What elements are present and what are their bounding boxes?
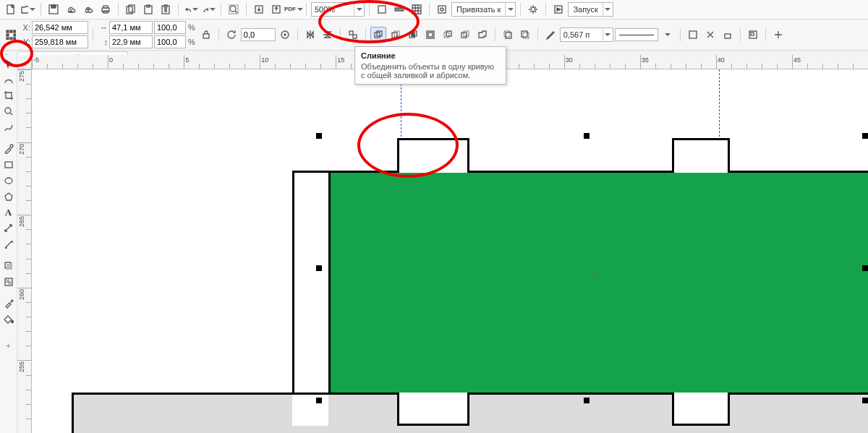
tool-artistic[interactable]	[1, 142, 16, 156]
fullscreen-button[interactable]	[374, 1, 390, 17]
shape-tab[interactable]	[397, 138, 469, 173]
shape-gray-rect[interactable]	[72, 393, 868, 433]
selection-handle[interactable]	[584, 133, 590, 139]
print-button[interactable]	[98, 1, 114, 17]
paste-button[interactable]	[140, 1, 156, 17]
tool-shadow[interactable]	[1, 259, 16, 273]
snap-toggle[interactable]	[434, 1, 450, 17]
tool-ellipse[interactable]	[1, 173, 16, 188]
tool-freehand[interactable]	[1, 120, 16, 134]
ruler-icon	[394, 4, 404, 14]
cloud-up-button[interactable]	[80, 1, 96, 17]
scale-y-input[interactable]	[154, 35, 186, 48]
search-button[interactable]	[226, 1, 242, 17]
copy-button[interactable]	[123, 1, 139, 17]
align-button[interactable]	[345, 27, 361, 43]
snap-combo[interactable]: Привязать к	[451, 2, 516, 17]
tool-fill[interactable]	[1, 312, 16, 327]
snap-label: Привязать к	[452, 5, 505, 14]
lock-button	[720, 27, 736, 43]
undo-button[interactable]	[183, 1, 199, 17]
chevron-down-icon[interactable]	[354, 3, 364, 16]
tool-expand[interactable]: +	[1, 338, 16, 353]
cloud-down-button[interactable]	[63, 1, 79, 17]
chevron-down-icon[interactable]	[603, 3, 613, 16]
outline-pen-button[interactable]	[542, 27, 558, 43]
dim-icon	[4, 223, 14, 233]
print-icon	[101, 4, 111, 14]
svg-point-12	[230, 6, 236, 12]
tool-transparency[interactable]	[1, 275, 16, 289]
x-input[interactable]	[32, 21, 88, 34]
line-style-chev[interactable]	[660, 27, 676, 43]
tool-crop[interactable]	[1, 88, 16, 103]
scale-x-input[interactable]	[154, 21, 186, 34]
selection-handle[interactable]	[316, 265, 322, 271]
back-minus-front-button[interactable]	[457, 27, 473, 43]
ruler-tick-label: 260	[19, 289, 26, 300]
selection-handle[interactable]	[584, 398, 590, 403]
selection-handle[interactable]	[862, 265, 868, 271]
rotate-button[interactable]	[224, 27, 239, 43]
open-button[interactable]	[20, 1, 36, 17]
drawing-canvas[interactable]: ×	[32, 69, 868, 433]
shape-tab[interactable]	[672, 138, 730, 173]
lock2-icon	[723, 30, 733, 40]
canvas-area[interactable]: -505101520253035404550 27527026526025525…	[17, 55, 868, 433]
pdf-button[interactable]: PDF	[286, 1, 302, 17]
zoom-value: 500%	[312, 5, 354, 14]
order-front-button[interactable]	[500, 27, 516, 43]
tool-rectangle[interactable]	[1, 158, 16, 172]
rotation-input[interactable]	[241, 28, 276, 41]
tool-dimension[interactable]	[1, 221, 16, 236]
tool-polygon[interactable]	[1, 189, 16, 204]
ruler-tick-label: 5	[185, 57, 189, 64]
tool-text[interactable]: A	[1, 205, 16, 220]
lock-ratio-button[interactable]	[198, 27, 214, 43]
simplify-button[interactable]	[422, 27, 438, 43]
line-style-combo[interactable]	[615, 28, 658, 41]
weld-button[interactable]	[370, 27, 386, 43]
y-input[interactable]	[32, 35, 88, 48]
trim-button[interactable]	[388, 27, 404, 43]
clipboard-button[interactable]	[158, 1, 174, 17]
boundary-button[interactable]	[475, 27, 490, 43]
import-button[interactable]	[251, 1, 267, 17]
w-input[interactable]	[109, 21, 153, 34]
intersect-button[interactable]	[405, 27, 421, 43]
selection-handle[interactable]	[862, 398, 868, 403]
new-button[interactable]	[3, 1, 19, 17]
selection-handle[interactable]	[316, 133, 322, 139]
rulers-button[interactable]	[391, 1, 407, 17]
save-button[interactable]	[46, 1, 61, 17]
container-button[interactable]	[745, 27, 761, 43]
selection-center-icon: ×	[592, 270, 597, 278]
tool-shape[interactable]	[1, 72, 16, 87]
zoom-combo[interactable]: 500%	[311, 2, 365, 17]
launch-button[interactable]	[550, 1, 566, 17]
select-mode-icon[interactable]	[3, 27, 19, 43]
shape-notch	[397, 393, 469, 426]
tool-pick[interactable]	[1, 56, 16, 71]
launch-combo[interactable]: Запуск	[568, 2, 613, 17]
launch-label: Запуск	[569, 5, 602, 14]
redo-button[interactable]	[200, 1, 216, 17]
tool-eyedrop[interactable]	[1, 296, 16, 311]
order-back-button[interactable]	[517, 27, 533, 43]
chevron-down-icon[interactable]	[603, 28, 613, 41]
grid-button[interactable]	[409, 1, 425, 17]
shape-green-rect[interactable]	[328, 171, 868, 395]
h-input[interactable]	[109, 35, 153, 48]
mirror-h-button[interactable]	[302, 27, 318, 43]
mirror-v-button[interactable]	[320, 27, 336, 43]
selection-handle[interactable]	[316, 398, 322, 403]
options-button[interactable]	[525, 1, 541, 17]
tool-connector[interactable]	[1, 237, 16, 252]
export-button[interactable]	[268, 1, 284, 17]
outline-width-combo[interactable]: 0,567 п	[560, 27, 613, 42]
front-minus-back-button[interactable]	[440, 27, 456, 43]
rotation-center-button[interactable]	[277, 27, 293, 43]
selection-handle[interactable]	[862, 133, 868, 139]
tool-zoom[interactable]	[1, 104, 16, 119]
chevron-down-icon[interactable]	[505, 3, 515, 16]
